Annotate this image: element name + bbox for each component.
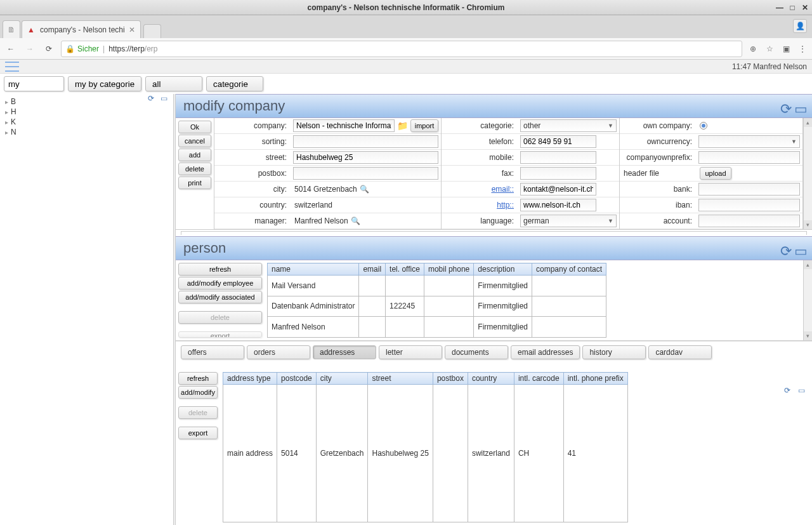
label-manager: manager: bbox=[214, 216, 291, 225]
filter-categorie-button[interactable]: categorie bbox=[206, 76, 263, 91]
person-expand-icon[interactable] bbox=[794, 243, 804, 253]
tab-carddav[interactable]: carddav bbox=[648, 345, 712, 359]
filter-my-by-categorie-button[interactable]: my by categorie bbox=[68, 76, 141, 91]
company-expand-icon[interactable] bbox=[794, 101, 804, 111]
browser-tab-active[interactable]: ▲ company's - Nelson techi ✕ bbox=[22, 20, 141, 38]
col-city[interactable]: city bbox=[316, 373, 368, 385]
addresses-panel-refresh-icon[interactable] bbox=[784, 386, 794, 396]
select-owncurrency[interactable] bbox=[698, 135, 800, 148]
addresses-add-modify-button[interactable]: add/modify bbox=[178, 386, 218, 399]
sidebar-refresh-icon[interactable] bbox=[148, 94, 158, 104]
company-print-button[interactable]: print bbox=[178, 176, 211, 189]
tab-letter[interactable]: letter bbox=[379, 345, 442, 359]
tree-item[interactable]: ▸H bbox=[5, 107, 168, 117]
company-refresh-icon[interactable] bbox=[780, 101, 790, 111]
search-icon[interactable]: 🔍 bbox=[360, 185, 369, 194]
input-http[interactable] bbox=[520, 199, 596, 211]
viewport-icon[interactable]: ▣ bbox=[780, 43, 792, 55]
nav-reload-icon[interactable]: ⟳ bbox=[42, 42, 56, 56]
person-refresh-icon[interactable] bbox=[780, 243, 790, 253]
person-scrollbar[interactable]: ▴▾ bbox=[803, 260, 812, 340]
profile-icon[interactable]: 👤 bbox=[793, 19, 807, 33]
translate-icon[interactable]: ⊕ bbox=[747, 43, 759, 55]
window-minimize-icon[interactable]: — bbox=[775, 3, 784, 12]
col-description[interactable]: description bbox=[474, 263, 532, 276]
person-delete-button[interactable]: delete bbox=[178, 311, 262, 324]
table-row[interactable]: main address 5014 Gretzenbach Hashubelwe… bbox=[223, 385, 628, 522]
url-input[interactable]: 🔒 Sicher | https://terp/erp bbox=[61, 41, 742, 57]
col-name[interactable]: name bbox=[268, 263, 359, 276]
input-bank[interactable] bbox=[698, 183, 800, 196]
menu-dots-icon[interactable]: ⋮ bbox=[797, 43, 808, 55]
table-row[interactable]: Manfred NelsonFirmenmitglied bbox=[268, 317, 606, 338]
company-add-button[interactable]: add bbox=[178, 149, 211, 161]
own-company-radio[interactable] bbox=[700, 122, 707, 130]
col-mobil[interactable]: mobil phone bbox=[424, 263, 473, 276]
company-ok-button[interactable]: Ok bbox=[178, 121, 211, 133]
search-icon[interactable]: 🔍 bbox=[351, 216, 360, 225]
tree-item[interactable]: ▸K bbox=[5, 117, 168, 127]
col-postcode[interactable]: postcode bbox=[277, 373, 317, 385]
input-companyownprefix[interactable] bbox=[698, 151, 800, 164]
company-delete-button[interactable]: delete bbox=[178, 163, 211, 175]
addresses-delete-button[interactable]: delete bbox=[178, 406, 218, 419]
filter-toolbar: my by categorie all categorie bbox=[0, 74, 812, 94]
upload-button[interactable]: upload bbox=[700, 167, 731, 180]
company-scrollbar[interactable]: ▴▾ bbox=[803, 118, 812, 229]
tab-email-addresses[interactable]: email addresses bbox=[511, 345, 580, 359]
input-account[interactable] bbox=[698, 215, 800, 227]
bookmark-star-icon[interactable]: ☆ bbox=[764, 43, 775, 55]
col-street[interactable]: street bbox=[368, 373, 433, 385]
filter-all-button[interactable]: all bbox=[145, 76, 202, 91]
tab-offers[interactable]: offers bbox=[181, 345, 244, 359]
import-button[interactable]: import bbox=[410, 119, 438, 132]
label-email-link[interactable]: email:: bbox=[442, 185, 518, 194]
select-language[interactable]: german bbox=[520, 215, 617, 227]
window-maximize-icon[interactable]: □ bbox=[788, 3, 797, 12]
col-phone-prefix[interactable]: intl. phone prefix bbox=[563, 373, 627, 385]
new-tab-button[interactable] bbox=[143, 24, 161, 38]
table-row[interactable]: Datenbank Administrator122245Firmenmitgl… bbox=[268, 296, 606, 317]
addresses-export-button[interactable]: export bbox=[178, 427, 218, 439]
input-fax[interactable] bbox=[520, 167, 596, 180]
col-company-contact[interactable]: company of contact bbox=[532, 263, 606, 276]
folder-icon[interactable]: 📁 bbox=[397, 121, 408, 131]
input-iban[interactable] bbox=[698, 199, 800, 211]
sidebar-expand-icon[interactable] bbox=[160, 94, 171, 104]
tab-documents[interactable]: documents bbox=[445, 345, 508, 359]
input-company[interactable] bbox=[293, 119, 395, 132]
tab-stub-blank[interactable]: 🗎 bbox=[3, 20, 20, 38]
input-postbox[interactable] bbox=[293, 167, 438, 180]
window-close-icon[interactable]: ✕ bbox=[801, 3, 809, 12]
tree-item[interactable]: ▸B bbox=[5, 96, 168, 107]
col-postbox[interactable]: postbox bbox=[433, 373, 468, 385]
tab-orders[interactable]: orders bbox=[247, 345, 310, 359]
tab-history[interactable]: history bbox=[582, 345, 646, 359]
nav-back-icon[interactable]: ← bbox=[4, 42, 18, 56]
tab-addresses[interactable]: addresses bbox=[313, 345, 376, 359]
person-export-button[interactable]: export bbox=[178, 331, 262, 338]
tab-close-icon[interactable]: ✕ bbox=[129, 25, 135, 34]
input-street[interactable] bbox=[293, 151, 438, 164]
person-add-associated-button[interactable]: add/modify associated bbox=[178, 291, 262, 303]
label-http-link[interactable]: http:: bbox=[442, 201, 518, 209]
hamburger-icon[interactable] bbox=[5, 62, 19, 72]
addresses-refresh-button[interactable]: refresh bbox=[178, 372, 218, 385]
person-add-employee-button[interactable]: add/modify employee bbox=[178, 277, 262, 289]
input-email[interactable] bbox=[520, 183, 596, 196]
table-row[interactable]: Mail VersandFirmenmitglied bbox=[268, 276, 606, 296]
company-cancel-button[interactable]: cancel bbox=[178, 135, 211, 147]
col-email[interactable]: email bbox=[359, 263, 386, 276]
person-refresh-button[interactable]: refresh bbox=[178, 263, 262, 276]
input-sorting[interactable] bbox=[293, 135, 438, 148]
input-telefon[interactable] bbox=[520, 135, 596, 148]
col-carcode[interactable]: intl. carcode bbox=[514, 373, 563, 385]
col-tel-office[interactable]: tel. office bbox=[386, 263, 424, 276]
col-address-type[interactable]: address type bbox=[223, 373, 277, 385]
input-mobile[interactable] bbox=[520, 151, 596, 164]
filter-search-input[interactable] bbox=[4, 76, 64, 91]
select-categorie[interactable]: other bbox=[520, 119, 617, 132]
col-country[interactable]: country bbox=[468, 373, 514, 385]
tree-item[interactable]: ▸N bbox=[5, 127, 168, 137]
addresses-panel-expand-icon[interactable] bbox=[798, 386, 808, 396]
